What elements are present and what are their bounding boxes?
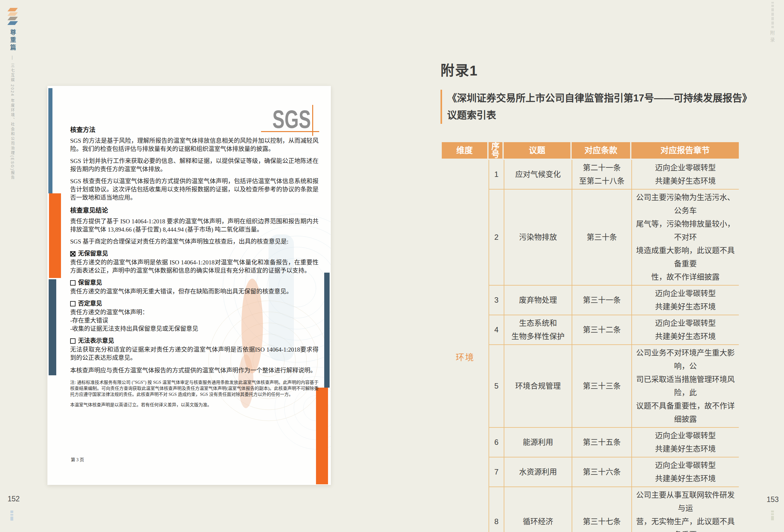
cell-number: 2	[488, 189, 504, 285]
cell-topic: 应对气候变化	[504, 160, 572, 189]
appendix-subtitle-line1: 《深圳证券交易所上市公司自律监管指引第17号——可持续发展报告》	[447, 90, 752, 107]
footer-marker-right	[771, 510, 774, 520]
cell-chapter: 迈向企业零碳转型 共建美好生态环境	[632, 427, 739, 457]
opinion-label-row: 保留意见	[70, 279, 318, 286]
cell-topic: 能源利用	[504, 427, 572, 457]
logo-slash-icon	[7, 21, 18, 25]
tab-dash-icon	[772, 26, 774, 28]
document-page-number: 第 3 页	[71, 456, 84, 463]
cell-clause: 第三十条	[572, 189, 632, 285]
opinion-label-row: 否定意见	[70, 300, 318, 307]
section-tab-label: 附录	[769, 30, 776, 44]
chapter-sidebar: 尊重篇—三七互娱 2024 年度环境、社会和公司治理(ESG)报告	[8, 29, 17, 180]
opinion-body: 责任方递交的的温室气体声明是依据 ISO 14064-1:2018对温室气体量化…	[70, 258, 318, 275]
cell-number: 6	[488, 427, 504, 457]
conclusion-paragraph: SGS 基于商定的合理保证对责任方的温室气体声明独立核查后，出具的核查意见是:	[70, 237, 318, 246]
method-paragraph: SGS 的方法是基于风险，理解所报告的温室气体排放信息相关的风险并加以控制，从而…	[70, 137, 318, 153]
page-number-right: 153	[766, 495, 779, 504]
table-row: 环境 1 应对气候变化 第二十一条 至第二十八条 迈向企业零碳转型 共建美好生态…	[442, 160, 739, 189]
marker-dash-icon	[771, 516, 774, 520]
cell-clause: 第二十一条 至第二十八条	[572, 160, 632, 189]
cell-chapter: 迈向企业零碳转型 共建美好生态环境	[632, 457, 739, 486]
opinion-block: 无保留意见 责任方递交的的温室气体声明是依据 ISO 14064-1:2018对…	[70, 250, 318, 275]
checkbox-unchecked-icon	[70, 301, 76, 306]
opinion-label-row: 无法表示意见	[70, 337, 318, 345]
cell-topic: 生态系统和 生物多样性保护	[504, 315, 572, 344]
left-slate-bar	[49, 279, 56, 375]
left-orange-bar	[49, 193, 61, 278]
checkbox-unchecked-icon	[70, 280, 76, 286]
cell-clause: 第三十三条	[572, 344, 632, 427]
cell-number: 8	[488, 486, 504, 532]
report-title-vertical: 三七互娱 2024 年度环境、社会和公司治理(ESG)报告	[10, 63, 15, 180]
cell-number: 3	[488, 285, 504, 315]
marker-dash-icon	[10, 510, 13, 513]
opinion-body: 无法获取充分和适宜的证据来对责任方递交的温室气体声明是否依据ISO 14064-…	[70, 345, 318, 362]
tab-dash-icon	[772, 2, 774, 3]
cell-chapter: 迈向企业零碳转型 共建美好生态环境	[632, 315, 739, 344]
cell-number: 4	[488, 315, 504, 344]
legal-note: 注: 通标标准技术服务有限公司 ("SGS") 按 SGS 温室气体审定与核查服…	[70, 380, 318, 397]
tab-dash-icon	[772, 22, 774, 25]
left-steel-bar	[48, 88, 52, 193]
language-note: 本温室气体核查声明是以英语订立。若有任何译义差异，以英文版为准。	[70, 402, 318, 408]
cell-clause: 第三十六条	[572, 457, 632, 486]
checkbox-unchecked-icon	[70, 338, 76, 344]
checkbox-checked-icon	[70, 251, 76, 256]
marker-dash-icon	[10, 514, 13, 515]
cell-chapter: 公司业务不对环境产生重大影响，公 司已采取适当措施管理环境风险，此 议题不具备重…	[632, 344, 739, 427]
dimension-cell-environment: 环境	[442, 160, 488, 532]
header-chapter: 对应报告章节	[632, 142, 739, 160]
company-logo-icon	[9, 7, 17, 26]
logo-slash-icon	[7, 8, 18, 11]
section-tab-marks	[772, 2, 774, 28]
cell-chapter: 迈向企业零碳转型 共建美好生态环境	[632, 160, 739, 189]
cell-number: 1	[488, 160, 504, 189]
topic-index-table: 维度 序号 议题 对应条款 对应报告章节 环境 1 应对气候变化 第二十一条 至…	[442, 142, 739, 532]
opinion-label: 无保留意见	[78, 250, 108, 257]
cell-clause: 第三十二条	[572, 315, 632, 344]
logo-slash-icon	[7, 12, 18, 16]
tab-dash-icon	[772, 5, 774, 7]
cell-number: 7	[488, 457, 504, 486]
conclusion-paragraph: 责任方提供了基于 ISO 14064-1:2018 要求的温室气体声明，声明在组…	[70, 217, 318, 234]
cell-clause: 第三十一条	[572, 285, 632, 315]
header-topic: 议题	[504, 142, 572, 160]
appendix-subtitle: 《深圳证券交易所上市公司自律监管指引第17号——可持续发展报告》 议题索引表	[441, 90, 752, 124]
cell-chapter: 公司主要污染物为生活污水、公务车 尾气等，污染物排放量较小，不对环 境造成重大影…	[632, 189, 739, 285]
method-paragraph: SGS 计划并执行工作来获取必要的信息、解释和证据，以提供保证等级，确保能公正地…	[70, 157, 318, 173]
header-number: 序号	[488, 142, 504, 160]
cell-number: 5	[488, 344, 504, 427]
opinion-label: 否定意见	[78, 300, 102, 307]
method-heading: 核查方法	[70, 126, 318, 134]
method-paragraph: SGS 核查责任方以温室气体报告的方式提供的温室气体声明，包括评估温室气体信息系…	[70, 177, 318, 202]
cell-topic: 水资源利用	[504, 457, 572, 486]
chapter-dash: —	[10, 56, 15, 60]
logo-slash-icon	[7, 17, 18, 20]
cell-topic: 循环经济	[504, 486, 572, 532]
tab-dash-icon	[772, 12, 774, 16]
cell-topic: 污染物排放	[504, 189, 572, 285]
marker-dash-icon	[771, 513, 774, 515]
table-header-row: 维度 序号 议题 对应条款 对应报告章节	[442, 142, 739, 160]
opinion-body: 责任方递交的温室气体声明无重大错误，但存在缺陷而影响出具无保留的核查意见。	[70, 287, 318, 296]
whole-statement: 本核查声明应与责任方温室气体报告的方式提供的温室气体声明作为一个整体进行解释说明…	[70, 366, 318, 375]
footer-marker-left	[10, 510, 13, 521]
opinion-label: 保留意见	[78, 279, 102, 286]
opinion-label-row: 无保留意见	[70, 250, 318, 257]
opinion-block: 无法表示意见 无法获取充分和适宜的证据来对责任方递交的温室气体声明是否依据ISO…	[70, 337, 318, 362]
chapter-label: 尊重篇	[9, 29, 16, 52]
cell-clause: 第三十五条	[572, 427, 632, 457]
marker-dash-icon	[10, 516, 13, 521]
appendix-title: 附录1	[441, 62, 478, 79]
appendix-subtitle-line2: 议题索引表	[447, 107, 752, 124]
conclusion-heading: 核查意见结论	[70, 206, 318, 215]
opinion-block: 否定意见 责任方递交的温室气体声明： -存在重大错误 -收集的证据无法支持出具保…	[70, 300, 318, 333]
header-clause: 对应条款	[572, 142, 632, 160]
right-slate-bar	[324, 273, 330, 388]
tab-dash-icon	[772, 17, 774, 20]
statement-body: 核查方法 SGS 的方法是基于风险，理解所报告的温室气体排放信息相关的风险并加以…	[70, 126, 318, 412]
marker-dash-icon	[771, 510, 774, 512]
dimension-label: 环境	[445, 352, 485, 363]
cell-topic: 废弃物处理	[504, 285, 572, 315]
